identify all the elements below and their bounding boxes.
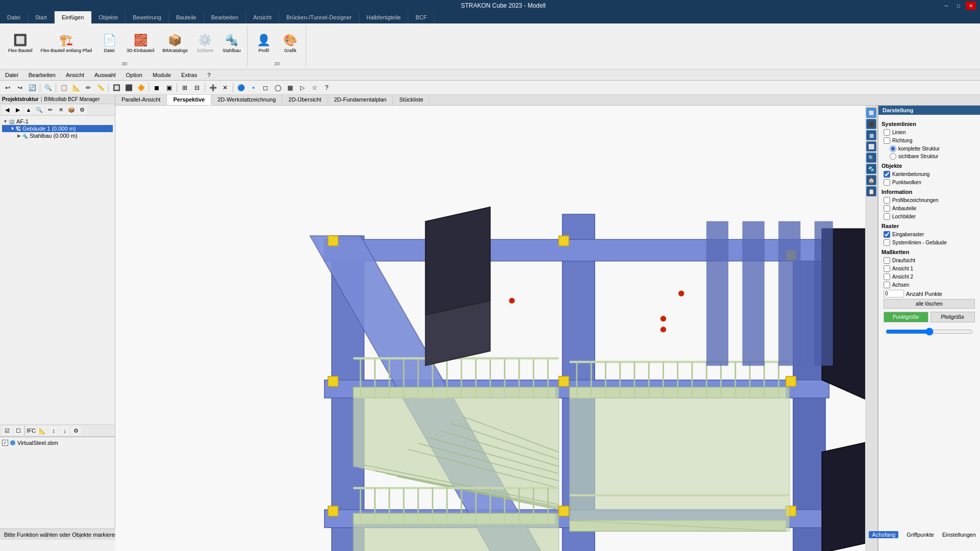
view-tab-2d-werkstattzeichnung[interactable]: 2D-Werkstattzeichnung — [211, 95, 282, 105]
tree-btn-settings[interactable]: ⚙ — [77, 105, 87, 114]
ribbon-tab-bewehrung[interactable]: Bewehrung — [126, 11, 169, 23]
lpanel-btn3[interactable]: IFC — [26, 426, 36, 435]
right-icon-2[interactable]: ⬛ — [866, 119, 876, 129]
radio-komplette[interactable] — [890, 145, 896, 152]
viewport[interactable]: Ansichtsauswahl — [115, 106, 865, 551]
toolbar-btn-30[interactable]: ☆ — [309, 82, 320, 93]
toolbar-btn-8[interactable]: ✏ — [83, 82, 94, 93]
ribbon-tab-bauteile[interactable]: Bauteile — [169, 11, 204, 23]
lpanel-btn5[interactable]: ↕ — [48, 426, 59, 435]
right-icon-4[interactable]: ⬜ — [866, 141, 876, 152]
toolbar-btn-11[interactable]: 🔲 — [111, 82, 122, 93]
toolbar-btn-15[interactable]: ◼ — [151, 82, 162, 93]
toolbar-btn-25[interactable]: 🔹 — [248, 82, 259, 93]
toolbar-btn-7[interactable]: 📐 — [70, 82, 82, 93]
ribbon-btn-flex-bauteil-entlang-pfad[interactable]: 🏗️Flex-Bauteil entlang Pfad — [38, 26, 95, 61]
tree-btn-pkg[interactable]: 📦 — [66, 105, 77, 114]
toolbar-btn-26[interactable]: ◻ — [260, 82, 271, 93]
radio-sichtbare[interactable] — [890, 153, 896, 160]
toolbar-btn-29[interactable]: ▷ — [297, 82, 308, 93]
lpanel-btn2[interactable]: ☐ — [13, 426, 23, 435]
cb-lochbilder[interactable] — [884, 213, 890, 220]
tree-btn-back[interactable]: ◀ — [2, 105, 12, 114]
maximize-button[interactable]: □ — [953, 2, 964, 10]
cb-richtung[interactable] — [884, 137, 890, 144]
view-tab-2d-fundamentalplan[interactable]: 2D-Fundamentalplan — [328, 95, 394, 105]
pfeilgroesse-button[interactable]: Pfeilgröße — [930, 312, 975, 322]
toolbar-btn-22[interactable]: ✕ — [219, 82, 231, 93]
tree-item-root[interactable]: ▼ 🏢 AF-1 — [2, 118, 113, 125]
tree-item-gebaude[interactable]: ▼ 🏗 Gebäude 1 (0.000 m) — [2, 125, 113, 132]
ribbon-btn-flex-bauteil[interactable]: 🔲Flex-Bauteil — [5, 26, 36, 61]
menu-item-datei[interactable]: Datei — [0, 71, 23, 79]
right-icon-6[interactable]: 🔩 — [866, 164, 876, 174]
ribbon-tab-bcf[interactable]: BCF — [408, 11, 434, 23]
view-tab-perspektive[interactable]: Perspektive — [167, 95, 211, 105]
toolbar-btn-27[interactable]: ◯ — [272, 82, 283, 93]
menu-item-module[interactable]: Module — [148, 71, 176, 79]
lpanel-btn7[interactable]: ⚙ — [71, 426, 81, 435]
right-icon-5[interactable]: 🔍 — [866, 153, 876, 163]
cb-profilbez[interactable] — [884, 197, 890, 204]
minimize-button[interactable]: ─ — [941, 2, 951, 10]
ribbon-btn-grafik[interactable]: 🎨Grafik — [278, 26, 303, 61]
close-button[interactable]: ✕ — [966, 2, 976, 10]
toolbar-btn-6[interactable]: 📋 — [58, 82, 69, 93]
ribbon-tab-objekte[interactable]: Objekte — [91, 11, 126, 23]
lpanel-btn1[interactable]: ☑ — [2, 426, 12, 435]
toolbar-btn-19[interactable]: ⊟ — [191, 82, 203, 93]
cb-punktwolken[interactable] — [884, 179, 890, 186]
ribbon-btn-datei[interactable]: 📄Datei — [97, 26, 121, 61]
ribbon-tab-start[interactable]: Start — [28, 11, 55, 23]
ifc-item-virtualsteel[interactable]: VirtualSteel.sbm — [2, 439, 113, 446]
toolbar-btn-21[interactable]: ➕ — [207, 82, 218, 93]
lpanel-btn4[interactable]: 📐 — [37, 426, 47, 435]
ribbon-tab-ansicht[interactable]: Ansicht — [246, 11, 279, 23]
menu-item-?[interactable]: ? — [202, 71, 215, 79]
toolbar-btn-0[interactable]: ↩ — [2, 82, 13, 93]
titlebar-controls[interactable]: ─ □ ✕ — [941, 2, 976, 10]
tree-item-stahlbau[interactable]: ▶ 🔩 Stahlbau (0.000 m) — [2, 132, 113, 139]
status-griffpunkte[interactable]: Griffpunkte — [906, 532, 934, 538]
tree-btn-up[interactable]: ▲ — [23, 105, 34, 114]
toolbar-btn-28[interactable]: ▦ — [284, 82, 296, 93]
ribbon-btn-stahlbau[interactable]: 🔩Stahlbau — [219, 26, 244, 61]
toolbar-btn-12[interactable]: ⬛ — [123, 82, 134, 93]
cb-eingaberaster[interactable] — [884, 231, 890, 238]
ribbon-tab-datei[interactable]: Datei — [0, 11, 28, 23]
ribbon-tab-einfügen[interactable]: Einfügen — [55, 11, 91, 23]
cb-draufsicht[interactable] — [884, 257, 890, 264]
toolbar-btn-31[interactable]: ? — [321, 82, 332, 93]
toolbar-btn-1[interactable]: ↪ — [14, 82, 26, 93]
menu-item-option[interactable]: Option — [121, 71, 148, 79]
toolbar-btn-18[interactable]: ⊞ — [179, 82, 190, 93]
cb-ansicht1[interactable] — [884, 265, 890, 272]
right-icon-3[interactable]: ▦ — [866, 130, 876, 140]
toolbar-btn-2[interactable]: 🔄 — [27, 82, 38, 93]
tree-btn-search[interactable]: 🔍 — [34, 105, 44, 114]
right-icon-7[interactable]: 🏠 — [866, 175, 876, 185]
toolbar-btn-16[interactable]: ▣ — [163, 82, 175, 93]
status-einstellungen[interactable]: Einstellungen — [942, 532, 976, 538]
ribbon-btn-profil[interactable]: 👤Profil — [252, 26, 276, 61]
menu-item-extras[interactable]: Extras — [176, 71, 202, 79]
ribbon-btn-bimcatalogs[interactable]: 📦BIMcatalogs — [159, 26, 191, 61]
view-tab-2d-übersicht[interactable]: 2D-Übersicht — [282, 95, 328, 105]
toolbar-btn-13[interactable]: 🔶 — [135, 82, 146, 93]
lpanel-btn6[interactable]: ↓ — [60, 426, 70, 435]
toolbar-btn-9[interactable]: 📏 — [95, 82, 106, 93]
ribbon-tab-halbfertigteile[interactable]: Halbfertigteile — [359, 11, 408, 23]
alle-loschen-button[interactable]: alle löschen — [884, 299, 975, 309]
menu-item-auswahl[interactable]: Auswahl — [89, 71, 121, 79]
cb-kantenbetonung[interactable] — [884, 171, 890, 178]
ribbon-tab-brücken-/tunnel-designer[interactable]: Brücken-/Tunnel-Designer — [279, 11, 359, 23]
tree-btn-edit[interactable]: ✏ — [45, 105, 55, 114]
menu-item-bearbeiten[interactable]: Bearbeiten — [23, 71, 61, 79]
ribbon-btn-3d-einbauteil[interactable]: 🧱3D-Einbauteil — [124, 26, 157, 61]
tree-btn-fwd[interactable]: ▶ — [13, 105, 23, 114]
toolbar-btn-24[interactable]: 🔵 — [235, 82, 247, 93]
cb-anbauteile[interactable] — [884, 205, 890, 212]
cb-linien[interactable] — [884, 129, 890, 136]
size-slider[interactable] — [886, 328, 973, 336]
toolbar-btn-4[interactable]: 🔍 — [42, 82, 54, 93]
